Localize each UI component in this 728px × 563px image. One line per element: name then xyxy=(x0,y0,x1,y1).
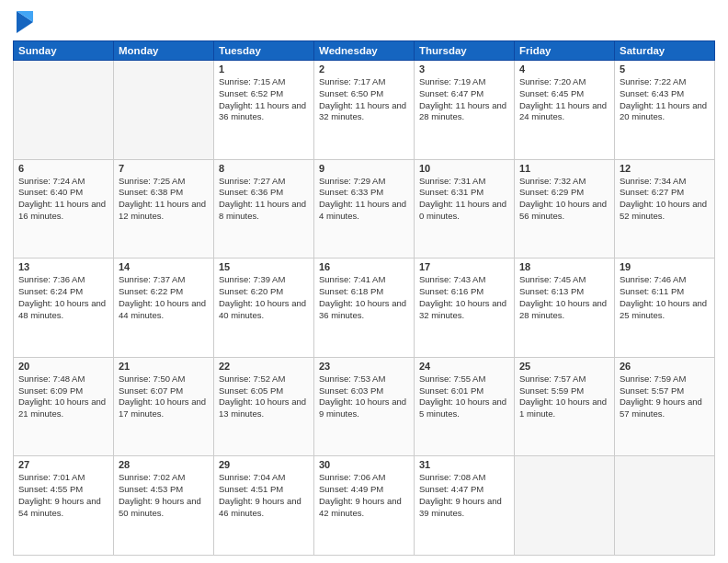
day-cell: 4Sunrise: 7:20 AMSunset: 6:45 PMDaylight… xyxy=(515,61,615,160)
day-info: Sunrise: 7:02 AMSunset: 4:53 PMDaylight:… xyxy=(119,472,209,519)
weekday-header-friday: Friday xyxy=(515,41,615,61)
day-cell: 23Sunrise: 7:53 AMSunset: 6:03 PMDayligh… xyxy=(314,357,415,456)
day-number: 4 xyxy=(519,63,609,75)
day-cell: 24Sunrise: 7:55 AMSunset: 6:01 PMDayligh… xyxy=(415,357,515,456)
day-cell: 9Sunrise: 7:29 AMSunset: 6:33 PMDaylight… xyxy=(314,159,415,259)
day-info: Sunrise: 7:45 AMSunset: 6:13 PMDaylight:… xyxy=(519,274,609,321)
day-cell: 2Sunrise: 7:17 AMSunset: 6:50 PMDaylight… xyxy=(314,61,415,160)
day-cell: 13Sunrise: 7:36 AMSunset: 6:24 PMDayligh… xyxy=(14,259,114,358)
day-number: 23 xyxy=(319,361,409,372)
logo xyxy=(13,9,35,35)
week-row-2: 13Sunrise: 7:36 AMSunset: 6:24 PMDayligh… xyxy=(14,259,715,358)
day-number: 18 xyxy=(519,261,609,272)
day-number: 19 xyxy=(620,261,710,272)
day-number: 26 xyxy=(620,361,710,372)
day-info: Sunrise: 7:15 AMSunset: 6:52 PMDaylight:… xyxy=(219,76,309,123)
day-number: 12 xyxy=(620,163,710,174)
day-cell: 19Sunrise: 7:46 AMSunset: 6:11 PMDayligh… xyxy=(615,259,715,358)
day-number: 2 xyxy=(319,63,409,75)
day-info: Sunrise: 7:48 AMSunset: 6:09 PMDaylight:… xyxy=(18,373,108,420)
day-cell: 26Sunrise: 7:59 AMSunset: 5:57 PMDayligh… xyxy=(615,357,715,456)
day-cell: 5Sunrise: 7:22 AMSunset: 6:43 PMDaylight… xyxy=(615,61,715,160)
day-info: Sunrise: 7:31 AMSunset: 6:31 PMDaylight:… xyxy=(419,176,509,223)
day-cell: 12Sunrise: 7:34 AMSunset: 6:27 PMDayligh… xyxy=(615,159,715,259)
day-number: 13 xyxy=(18,261,108,272)
week-row-1: 6Sunrise: 7:24 AMSunset: 6:40 PMDaylight… xyxy=(14,159,715,259)
day-cell: 16Sunrise: 7:41 AMSunset: 6:18 PMDayligh… xyxy=(314,259,415,358)
weekday-header-row: SundayMondayTuesdayWednesdayThursdayFrid… xyxy=(14,41,715,61)
day-info: Sunrise: 7:57 AMSunset: 5:59 PMDaylight:… xyxy=(519,373,609,420)
weekday-header-thursday: Thursday xyxy=(415,41,515,61)
day-number: 20 xyxy=(18,361,108,372)
day-cell: 27Sunrise: 7:01 AMSunset: 4:55 PMDayligh… xyxy=(14,456,114,556)
day-cell: 29Sunrise: 7:04 AMSunset: 4:51 PMDayligh… xyxy=(214,456,314,556)
day-info: Sunrise: 7:17 AMSunset: 6:50 PMDaylight:… xyxy=(319,76,409,123)
day-number: 30 xyxy=(319,459,409,470)
day-cell: 15Sunrise: 7:39 AMSunset: 6:20 PMDayligh… xyxy=(214,259,314,358)
day-info: Sunrise: 7:24 AMSunset: 6:40 PMDaylight:… xyxy=(18,176,108,223)
day-cell: 31Sunrise: 7:08 AMSunset: 4:47 PMDayligh… xyxy=(415,456,515,556)
day-info: Sunrise: 7:59 AMSunset: 5:57 PMDaylight:… xyxy=(620,373,710,420)
day-number: 24 xyxy=(419,361,509,372)
day-cell: 30Sunrise: 7:06 AMSunset: 4:49 PMDayligh… xyxy=(314,456,415,556)
day-cell: 6Sunrise: 7:24 AMSunset: 6:40 PMDaylight… xyxy=(14,159,114,259)
day-cell: 28Sunrise: 7:02 AMSunset: 4:53 PMDayligh… xyxy=(114,456,214,556)
day-cell xyxy=(515,456,615,556)
day-info: Sunrise: 7:04 AMSunset: 4:51 PMDaylight:… xyxy=(219,472,309,519)
weekday-header-tuesday: Tuesday xyxy=(214,41,314,61)
day-info: Sunrise: 7:27 AMSunset: 6:36 PMDaylight:… xyxy=(219,176,309,223)
day-cell: 17Sunrise: 7:43 AMSunset: 6:16 PMDayligh… xyxy=(415,259,515,358)
week-row-3: 20Sunrise: 7:48 AMSunset: 6:09 PMDayligh… xyxy=(14,357,715,456)
day-cell: 7Sunrise: 7:25 AMSunset: 6:38 PMDaylight… xyxy=(114,159,214,259)
day-number: 11 xyxy=(519,163,609,174)
day-number: 9 xyxy=(319,163,409,174)
day-cell: 3Sunrise: 7:19 AMSunset: 6:47 PMDaylight… xyxy=(415,61,515,160)
day-info: Sunrise: 7:41 AMSunset: 6:18 PMDaylight:… xyxy=(319,274,409,321)
weekday-header-sunday: Sunday xyxy=(14,41,114,61)
day-info: Sunrise: 7:43 AMSunset: 6:16 PMDaylight:… xyxy=(419,274,509,321)
day-cell xyxy=(14,61,114,160)
day-number: 10 xyxy=(419,163,509,174)
day-info: Sunrise: 7:55 AMSunset: 6:01 PMDaylight:… xyxy=(419,373,509,420)
day-info: Sunrise: 7:19 AMSunset: 6:47 PMDaylight:… xyxy=(419,76,509,123)
day-info: Sunrise: 7:36 AMSunset: 6:24 PMDaylight:… xyxy=(18,274,108,321)
day-number: 6 xyxy=(18,163,108,174)
day-info: Sunrise: 7:22 AMSunset: 6:43 PMDaylight:… xyxy=(620,76,710,123)
day-cell: 11Sunrise: 7:32 AMSunset: 6:29 PMDayligh… xyxy=(515,159,615,259)
day-cell xyxy=(114,61,214,160)
day-number: 22 xyxy=(219,361,309,372)
day-info: Sunrise: 7:46 AMSunset: 6:11 PMDaylight:… xyxy=(620,274,710,321)
day-info: Sunrise: 7:52 AMSunset: 6:05 PMDaylight:… xyxy=(219,373,309,420)
day-info: Sunrise: 7:39 AMSunset: 6:20 PMDaylight:… xyxy=(219,274,309,321)
day-cell: 22Sunrise: 7:52 AMSunset: 6:05 PMDayligh… xyxy=(214,357,314,456)
day-info: Sunrise: 7:50 AMSunset: 6:07 PMDaylight:… xyxy=(119,373,209,420)
logo-icon xyxy=(15,9,35,35)
day-cell: 20Sunrise: 7:48 AMSunset: 6:09 PMDayligh… xyxy=(14,357,114,456)
day-info: Sunrise: 7:53 AMSunset: 6:03 PMDaylight:… xyxy=(319,373,409,420)
header xyxy=(13,9,715,35)
calendar: SundayMondayTuesdayWednesdayThursdayFrid… xyxy=(13,40,715,556)
day-cell: 1Sunrise: 7:15 AMSunset: 6:52 PMDaylight… xyxy=(214,61,314,160)
day-info: Sunrise: 7:08 AMSunset: 4:47 PMDaylight:… xyxy=(419,472,509,519)
weekday-header-saturday: Saturday xyxy=(615,41,715,61)
day-number: 29 xyxy=(219,459,309,470)
day-number: 3 xyxy=(419,63,509,75)
day-cell: 8Sunrise: 7:27 AMSunset: 6:36 PMDaylight… xyxy=(214,159,314,259)
day-info: Sunrise: 7:20 AMSunset: 6:45 PMDaylight:… xyxy=(519,76,609,123)
day-number: 1 xyxy=(219,63,309,75)
day-number: 25 xyxy=(519,361,609,372)
day-number: 27 xyxy=(18,459,108,470)
day-info: Sunrise: 7:01 AMSunset: 4:55 PMDaylight:… xyxy=(18,472,108,519)
day-number: 28 xyxy=(119,459,209,470)
day-cell: 14Sunrise: 7:37 AMSunset: 6:22 PMDayligh… xyxy=(114,259,214,358)
day-cell: 25Sunrise: 7:57 AMSunset: 5:59 PMDayligh… xyxy=(515,357,615,456)
day-number: 7 xyxy=(119,163,209,174)
weekday-header-wednesday: Wednesday xyxy=(314,41,415,61)
day-cell: 21Sunrise: 7:50 AMSunset: 6:07 PMDayligh… xyxy=(114,357,214,456)
day-info: Sunrise: 7:06 AMSunset: 4:49 PMDaylight:… xyxy=(319,472,409,519)
day-info: Sunrise: 7:32 AMSunset: 6:29 PMDaylight:… xyxy=(519,176,609,223)
day-number: 17 xyxy=(419,261,509,272)
day-info: Sunrise: 7:34 AMSunset: 6:27 PMDaylight:… xyxy=(620,176,710,223)
day-number: 14 xyxy=(119,261,209,272)
day-cell: 10Sunrise: 7:31 AMSunset: 6:31 PMDayligh… xyxy=(415,159,515,259)
